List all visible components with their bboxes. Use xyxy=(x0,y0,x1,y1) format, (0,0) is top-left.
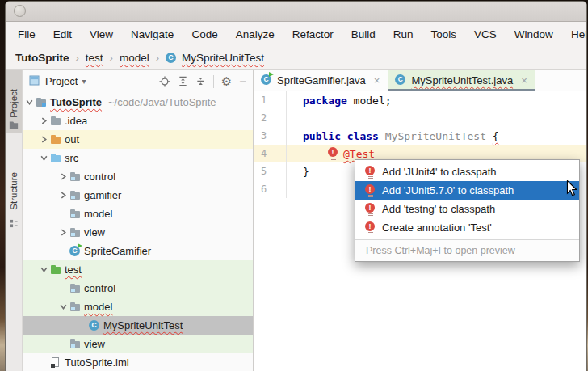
project-panel-toolbar: ⚙− xyxy=(159,75,246,88)
proj-icon xyxy=(36,97,47,108)
code-line-3[interactable]: 3public class MySpriteUnitTest { xyxy=(254,127,586,145)
locate-icon[interactable] xyxy=(159,76,170,87)
breadcrumb-item-model[interactable]: model xyxy=(118,50,151,65)
pkg-icon xyxy=(69,227,81,238)
tree-chevron-icon[interactable] xyxy=(39,135,48,145)
tree-row-test[interactable]: test xyxy=(23,260,253,279)
code-token: { xyxy=(493,130,499,142)
fold-src-icon xyxy=(50,153,61,164)
tree-chevron-icon[interactable] xyxy=(39,116,48,126)
menu-run[interactable]: Run xyxy=(384,26,422,43)
tree-chevron-icon[interactable] xyxy=(58,172,68,182)
intention-list: !Add 'JUnit4' to classpath!Add 'JUnit5.7… xyxy=(355,160,579,239)
breadcrumb-item-test[interactable]: test xyxy=(84,50,105,65)
hide-panel-icon[interactable]: − xyxy=(239,75,246,87)
tree-row-control[interactable]: control xyxy=(23,279,253,297)
pkg-icon xyxy=(69,339,81,350)
project-panel-header: Project ▾ ⚙− xyxy=(23,70,253,93)
pkg-icon xyxy=(69,171,81,183)
desktop-background: FileEditViewNavigateCodeAnalyzeRefactorB… xyxy=(0,0,588,371)
titlebar-button[interactable] xyxy=(14,5,26,17)
project-panel: Project ▾ ⚙− TutoSprite~/code/Java/TutoS… xyxy=(23,70,254,371)
line-number: 4 xyxy=(254,145,287,162)
red-bulb-icon: ! xyxy=(365,221,376,234)
intention-item-create-annotation-test[interactable]: !Create annotation 'Test' xyxy=(355,218,579,237)
code-line-1[interactable]: 1package model; xyxy=(254,91,586,109)
tree-row-model[interactable]: model xyxy=(23,204,253,223)
project-panel-title[interactable]: Project xyxy=(45,75,78,87)
menu-bar: FileEditViewNavigateCodeAnalyzeRefactorB… xyxy=(6,22,586,46)
chevron-spacer xyxy=(58,339,68,349)
toolbar-separator xyxy=(213,75,214,88)
tree-chevron-icon[interactable] xyxy=(58,191,68,200)
menu-navigate[interactable]: Navigate xyxy=(122,26,183,43)
tree-chevron-icon[interactable] xyxy=(24,98,34,108)
line-number: 3 xyxy=(254,127,287,145)
pkg-icon xyxy=(69,190,81,201)
menu-refactor[interactable]: Refactor xyxy=(284,26,342,43)
tree-row-myspriteunittest[interactable]: CMySpriteUnitTest xyxy=(23,316,253,335)
tree-row-view[interactable]: view xyxy=(23,335,253,353)
menu-file[interactable]: File xyxy=(9,26,44,43)
close-tab-icon[interactable]: × xyxy=(374,74,380,86)
tree-chevron-icon[interactable] xyxy=(58,228,68,238)
tree-chevron-icon[interactable] xyxy=(39,154,48,163)
gear-icon[interactable]: ⚙ xyxy=(221,75,232,87)
breadcrumb-item-myspriteunittest[interactable]: MySpriteUnitTest xyxy=(180,50,266,65)
chevron-spacer xyxy=(58,209,68,219)
menu-view[interactable]: View xyxy=(81,26,122,43)
stripe-tab-structure[interactable]: Structure xyxy=(6,145,22,231)
menu-vcs[interactable]: VCS xyxy=(465,26,506,43)
fold-out-icon xyxy=(50,134,61,145)
intention-item-add-testng-to-classpath[interactable]: !Add 'testng' to classpath xyxy=(355,200,579,218)
menu-edit[interactable]: Edit xyxy=(44,26,81,43)
tree-row-spritegamifier[interactable]: CSpriteGamifier xyxy=(23,242,253,260)
code-token: package xyxy=(303,95,347,107)
chevron-spacer xyxy=(78,321,87,331)
class-icon: C xyxy=(395,74,406,86)
red-bulb-icon: ! xyxy=(365,203,376,216)
red-bulb-icon: ! xyxy=(365,184,376,197)
stripe-tab-project[interactable]: Project xyxy=(6,70,22,133)
tree-row-out[interactable]: out xyxy=(23,130,253,149)
editor-tab-bar: CSpriteGamifier.java×CMySpriteUnitTest.j… xyxy=(254,70,586,91)
code-token: public class xyxy=(303,130,379,142)
menu-code[interactable]: Code xyxy=(183,26,226,43)
tab-myspriteunittest-java[interactable]: CMySpriteUnitTest.java× xyxy=(388,70,535,91)
tab-spritegamifier-java[interactable]: CSpriteGamifier.java× xyxy=(254,70,388,91)
tree-chevron-icon[interactable] xyxy=(39,265,48,275)
tree-row-model[interactable]: model xyxy=(23,297,253,316)
breadcrumb-separator-icon: › xyxy=(76,52,79,64)
expand-all-icon[interactable] xyxy=(178,76,188,86)
line-number: 2 xyxy=(254,109,287,127)
tree-row-src[interactable]: src xyxy=(23,149,253,167)
tree-row-tutosprite-iml[interactable]: TutoSprite.iml xyxy=(23,353,253,371)
project-tree: TutoSprite~/code/Java/TutoSprite.ideaout… xyxy=(23,93,253,371)
line-number: 1 xyxy=(254,91,287,109)
breadcrumb-item-tutosprite[interactable]: TutoSprite xyxy=(14,50,71,65)
tree-row-view[interactable]: view xyxy=(23,223,253,242)
code-line-2[interactable]: 2 xyxy=(254,109,586,127)
red-bulb-icon: ! xyxy=(328,147,338,160)
fold-idea-icon xyxy=(50,116,61,127)
tree-row-tutosprite[interactable]: TutoSprite~/code/Java/TutoSprite xyxy=(23,93,253,112)
tree-row-idea[interactable]: .idea xyxy=(23,112,253,130)
intention-item-add-junit4-to-classpath[interactable]: !Add 'JUnit4' to classpath xyxy=(355,162,579,181)
menu-window[interactable]: Window xyxy=(506,26,562,43)
menu-build[interactable]: Build xyxy=(342,26,384,43)
menu-help[interactable]: Help xyxy=(562,26,587,43)
tree-chevron-icon[interactable] xyxy=(58,302,68,312)
fold-test-icon xyxy=(50,264,61,276)
pkg-icon xyxy=(69,301,81,313)
intention-item-add-junit5-7-0-to-classpath[interactable]: !Add 'JUnit5.7.0' to classpath xyxy=(355,181,579,200)
tool-window-stripe: ProjectStructure xyxy=(6,70,23,371)
tree-row-control[interactable]: control xyxy=(23,167,253,186)
collapse-all-icon[interactable] xyxy=(195,76,206,86)
tree-row-gamifier[interactable]: gamifier xyxy=(23,186,253,204)
mouse-cursor-icon xyxy=(565,180,579,200)
menu-tools[interactable]: Tools xyxy=(422,26,466,43)
close-tab-icon[interactable]: × xyxy=(521,74,527,86)
project-path: ~/code/Java/TutoSprite xyxy=(108,96,216,108)
menu-analyze[interactable]: Analyze xyxy=(227,26,284,43)
pkg-icon xyxy=(69,209,81,220)
